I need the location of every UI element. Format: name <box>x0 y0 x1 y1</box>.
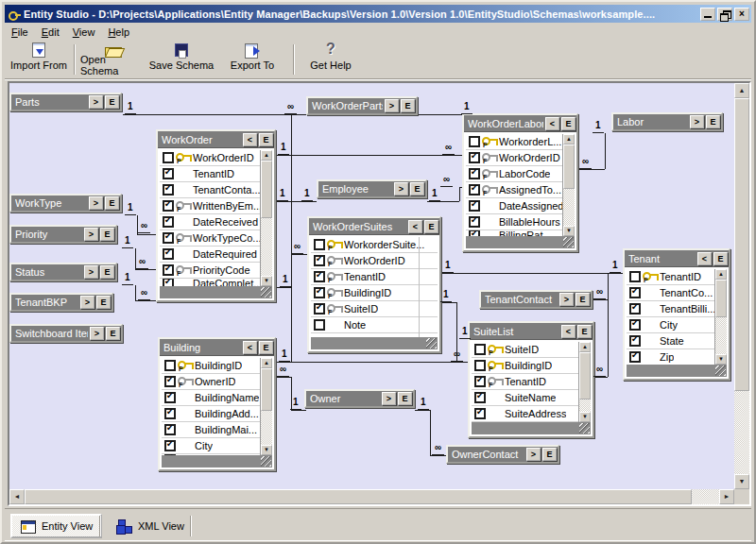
edit-entity-button[interactable]: E <box>577 325 592 338</box>
edit-entity-button[interactable]: E <box>542 448 557 461</box>
edit-entity-button[interactable]: E <box>100 228 114 241</box>
field-checkbox[interactable] <box>163 216 174 228</box>
field-checkbox[interactable] <box>469 152 480 163</box>
scroll-thumb[interactable] <box>261 368 272 411</box>
edit-entity-button[interactable]: E <box>706 115 720 128</box>
field-checkbox[interactable] <box>474 360 486 371</box>
field-checkbox[interactable] <box>164 424 176 435</box>
collapse-button[interactable]: < <box>243 341 257 354</box>
entity-title-bar-workorder[interactable]: WorkOrder<E <box>158 131 274 148</box>
field-checkbox[interactable] <box>474 376 486 387</box>
field-checkbox[interactable] <box>164 376 176 387</box>
menu-item-file[interactable]: File <box>5 25 35 40</box>
edit-entity-button[interactable]: E <box>398 392 412 405</box>
field-checkbox[interactable] <box>314 287 325 298</box>
edit-entity-button[interactable]: E <box>424 220 438 233</box>
scroll-down-icon[interactable]: ▼ <box>579 412 591 422</box>
entity-title-bar-status[interactable]: Status>E <box>11 264 115 280</box>
toolbar-button-export-to[interactable]: Export To <box>224 42 281 76</box>
collapse-button[interactable]: < <box>561 325 576 338</box>
field-checkbox[interactable] <box>469 168 480 179</box>
field-checkbox[interactable] <box>163 168 174 179</box>
menu-item-edit[interactable]: Edit <box>35 25 66 40</box>
expand-button[interactable]: > <box>559 293 574 306</box>
scroll-up-icon[interactable]: ▲ <box>563 134 575 144</box>
resize-grip-icon[interactable] <box>261 456 271 467</box>
expand-button[interactable]: > <box>690 115 704 128</box>
entity-title-bar-owner[interactable]: Owner>E <box>306 391 413 406</box>
expand-button[interactable]: > <box>89 95 103 109</box>
expand-button[interactable]: > <box>382 392 396 405</box>
entity-title-bar-workorderparts[interactable]: WorkOrderParts>E <box>308 98 416 113</box>
field-checkbox[interactable] <box>163 232 174 244</box>
field-checkbox[interactable] <box>164 408 176 419</box>
resize-grip-icon[interactable] <box>261 287 271 298</box>
field-checkbox[interactable] <box>629 335 641 347</box>
field-checkbox[interactable] <box>469 216 480 228</box>
entity-scrollbar[interactable]: ▲▼ <box>260 358 272 455</box>
entity-title-bar-workorderlabor[interactable]: WorkOrderLabor<E <box>464 115 576 132</box>
vertical-scroll-thumb[interactable] <box>734 98 749 391</box>
scroll-down-icon[interactable]: ▼ <box>734 474 749 489</box>
scroll-thumb[interactable] <box>563 144 575 189</box>
field-checkbox[interactable] <box>163 152 174 163</box>
scroll-thumb[interactable] <box>579 352 591 400</box>
toolbar-button-save-schema[interactable]: Save Schema <box>148 42 215 76</box>
expand-button[interactable]: > <box>84 228 98 241</box>
entity-title-bar-ownercontact[interactable]: OwnerContact>E <box>448 447 558 462</box>
tab-xml-view[interactable]: XML View <box>109 514 192 538</box>
resize-grip-icon[interactable] <box>715 366 726 376</box>
scroll-track[interactable] <box>261 368 272 445</box>
scroll-left-icon[interactable]: ◄ <box>9 489 25 504</box>
entity-title-bar-workordersuites[interactable]: WorkOrderSuites<E <box>309 218 439 235</box>
resize-grip-icon[interactable] <box>426 338 437 348</box>
field-checkbox[interactable] <box>629 351 641 363</box>
expand-button[interactable]: > <box>90 327 104 340</box>
expand-button[interactable]: > <box>89 196 103 210</box>
entity-title-bar-switchboard-iter[interactable]: Switchboard Iter>E <box>11 326 121 341</box>
collapse-button[interactable]: < <box>408 220 422 233</box>
entity-scrollbar[interactable]: ▲▼ <box>714 269 727 365</box>
restore-button[interactable] <box>717 8 732 21</box>
field-checkbox[interactable] <box>474 344 486 355</box>
scroll-up-icon[interactable]: ▲ <box>579 342 591 352</box>
field-checkbox[interactable] <box>314 303 325 314</box>
field-checkbox[interactable] <box>163 248 174 260</box>
field-checkbox[interactable] <box>629 271 641 282</box>
edit-entity-button[interactable]: E <box>410 182 424 196</box>
edit-entity-button[interactable]: E <box>259 341 273 354</box>
field-checkbox[interactable] <box>314 255 325 266</box>
scroll-track[interactable] <box>563 144 575 226</box>
edit-entity-button[interactable]: E <box>561 117 576 130</box>
horizontal-scroll-thumb[interactable] <box>25 489 692 504</box>
collapse-button[interactable]: < <box>243 133 257 146</box>
field-checkbox[interactable] <box>164 440 176 451</box>
scroll-down-icon[interactable]: ▼ <box>261 276 272 286</box>
field-checkbox[interactable] <box>163 200 174 212</box>
resize-grip-icon[interactable] <box>563 237 574 247</box>
field-checkbox[interactable] <box>314 319 325 331</box>
expand-button[interactable]: > <box>80 296 94 309</box>
field-checkbox[interactable] <box>474 392 486 403</box>
entity-title-bar-tenantbkp[interactable]: TenantBKP>E <box>11 295 112 310</box>
entity-title-bar-suitelist[interactable]: SuiteList<E <box>470 323 593 340</box>
edit-entity-button[interactable]: E <box>713 252 728 265</box>
edit-entity-button[interactable]: E <box>576 293 590 306</box>
scroll-down-icon[interactable]: ▼ <box>563 226 575 236</box>
edit-entity-button[interactable]: E <box>100 265 114 279</box>
entity-title-bar-building[interactable]: Building<E <box>160 339 274 356</box>
collapse-button[interactable]: < <box>545 117 559 130</box>
scroll-up-icon[interactable]: ▲ <box>261 150 272 161</box>
field-checkbox[interactable] <box>164 360 176 371</box>
scroll-track[interactable] <box>261 161 272 276</box>
edit-entity-button[interactable]: E <box>106 327 120 340</box>
diagram-area[interactable]: 1∞11∞111∞1∞1∞1∞1∞∞11∞1111∞∞∞11∞Parts>EWo… <box>9 83 734 489</box>
menu-item-view[interactable]: View <box>66 25 102 40</box>
field-checkbox[interactable] <box>629 287 641 298</box>
minimize-button[interactable] <box>700 8 715 21</box>
field-checkbox[interactable] <box>163 264 174 276</box>
toolbar-button-open-schema[interactable]: Open Schema <box>80 42 146 76</box>
expand-button[interactable]: > <box>526 448 541 461</box>
scroll-down-icon[interactable]: ▼ <box>261 445 272 455</box>
expand-button[interactable]: > <box>394 182 408 196</box>
